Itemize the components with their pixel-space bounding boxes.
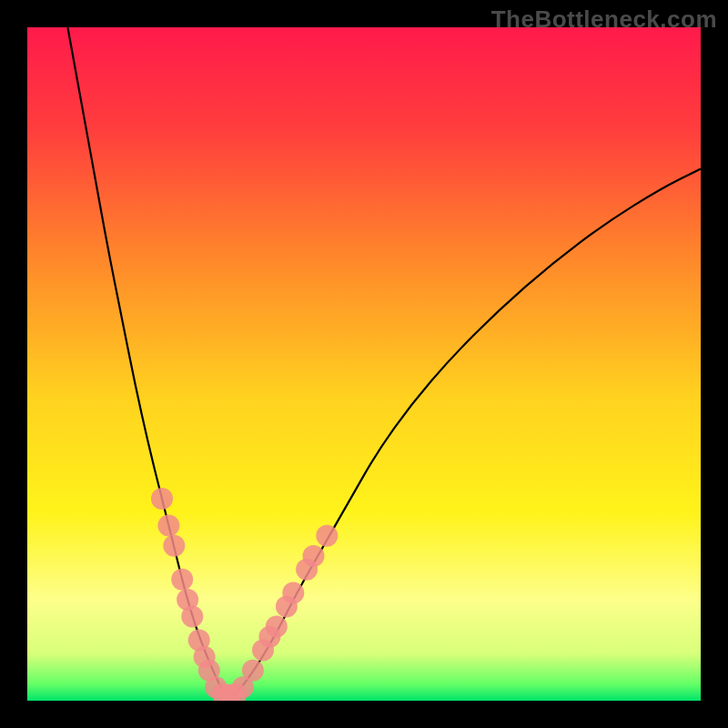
- data-marker: [316, 525, 338, 547]
- chart-svg: [27, 27, 701, 701]
- data-marker: [266, 616, 288, 638]
- data-marker: [157, 515, 179, 537]
- chart-frame: TheBottleneck.com: [0, 0, 728, 728]
- chart-plot-area: [27, 27, 701, 701]
- data-marker: [163, 535, 185, 557]
- data-marker: [282, 582, 304, 604]
- data-marker: [303, 545, 325, 567]
- data-marker: [181, 606, 203, 628]
- watermark-text: TheBottleneck.com: [491, 5, 717, 34]
- data-marker: [242, 660, 264, 682]
- data-marker: [151, 488, 173, 510]
- chart-background: [27, 27, 701, 701]
- data-marker: [171, 569, 193, 591]
